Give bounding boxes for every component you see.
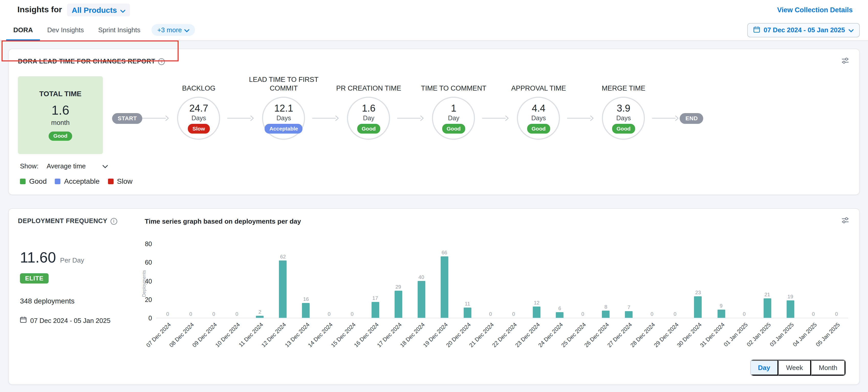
bar xyxy=(441,257,448,318)
legend-item-slow: Slow xyxy=(108,177,132,185)
deployment-frequency-card: DEPLOYMENT FREQUENCY Time series graph b… xyxy=(8,208,860,385)
bar-value-label: 12 xyxy=(534,300,539,305)
deployment-date-range: 07 Dec 2024 - 05 Jan 2025 xyxy=(20,316,131,325)
legend-swatch xyxy=(55,178,61,184)
bar xyxy=(464,307,471,318)
flow-stage-backlog: BACKLOG24.7DaysSlow xyxy=(170,73,227,140)
granularity-month-button[interactable]: Month xyxy=(811,360,845,375)
bar xyxy=(786,300,794,318)
bar-value-label: 11 xyxy=(465,301,470,306)
date-range-picker[interactable]: 07 Dec 2024 - 05 Jan 2025 xyxy=(747,23,860,37)
bar xyxy=(717,309,725,318)
flow-arrow-icon xyxy=(567,115,595,121)
bar-value-label: 23 xyxy=(695,290,701,296)
bar xyxy=(763,298,771,318)
more-tabs-dropdown[interactable]: +3 more xyxy=(152,24,195,36)
bar-column: 62 xyxy=(272,244,294,318)
stage-unit: Day xyxy=(448,115,459,122)
stage-value: 1 xyxy=(451,103,456,114)
stage-unit: Days xyxy=(191,115,206,122)
bar-value-label: 0 xyxy=(674,311,676,317)
bar-value-label: 66 xyxy=(441,250,447,255)
tab-dev-insights[interactable]: Dev Insights xyxy=(40,20,91,40)
bar-value-label: 7 xyxy=(627,305,630,310)
bar-value-label: 62 xyxy=(280,253,286,259)
bar-column: 0 xyxy=(502,244,525,318)
bar-value-label: 0 xyxy=(328,311,330,317)
stage-circle: 24.7DaysSlow xyxy=(177,97,220,140)
granularity-toggle: DayWeekMonth xyxy=(750,359,846,376)
bar-value-label: 0 xyxy=(812,311,815,317)
bar-column: 0 xyxy=(802,244,825,318)
lead-time-settings-button[interactable] xyxy=(840,56,850,67)
stage-label: TIME TO COMMENT xyxy=(415,73,493,97)
bar-column: 40 xyxy=(410,244,433,318)
stage-unit: Days xyxy=(276,115,291,122)
bar-value-label: 19 xyxy=(787,294,793,299)
calendar-icon xyxy=(753,26,760,34)
product-selector-dropdown[interactable]: All Products xyxy=(67,3,130,16)
deployment-stats: 11.60 Per Day ELITE 348 deployments 07 D… xyxy=(20,231,131,384)
insight-tabs: DORADev InsightsSprint Insights xyxy=(6,20,147,40)
info-icon[interactable] xyxy=(111,218,117,224)
y-tick-label: 60 xyxy=(145,259,152,266)
deployment-date-range-value: 07 Dec 2024 - 05 Jan 2025 xyxy=(30,316,111,324)
view-collection-details-link[interactable]: View Collection Details xyxy=(777,6,852,13)
bar-column: 6 xyxy=(548,244,571,318)
y-tick-label: 20 xyxy=(145,296,152,303)
bar-column: 9 xyxy=(710,244,733,318)
tab-dora[interactable]: DORA xyxy=(6,20,40,40)
stage-value: 1.6 xyxy=(362,103,375,114)
show-metric-value: Average time xyxy=(46,162,86,170)
lead-time-report-card: DORA LEAD TIME FOR CHANGES REPORT TOTAL … xyxy=(8,49,860,195)
bar xyxy=(694,297,702,318)
y-tick-label: 40 xyxy=(145,278,152,285)
deployment-settings-button[interactable] xyxy=(840,215,850,227)
bar-column: 0 xyxy=(341,244,364,318)
bar-value-label: 21 xyxy=(764,292,770,297)
bar xyxy=(302,303,310,318)
bar-value-label: 0 xyxy=(189,311,192,317)
bar xyxy=(602,310,610,318)
lead-time-body: TOTAL TIME 1.6 month Good START BACKLOG2… xyxy=(9,69,859,154)
total-deployments: 348 deployments xyxy=(20,297,131,305)
rating-legend: GoodAcceptableSlow xyxy=(9,170,859,194)
bar-column: 11 xyxy=(456,244,479,318)
legend-item-good: Good xyxy=(20,177,47,185)
show-row: Show: Average time xyxy=(9,154,859,170)
bar-column: 8 xyxy=(594,244,617,318)
chevron-down-icon xyxy=(102,162,108,170)
bar-column: 19 xyxy=(779,244,802,318)
chevron-down-icon xyxy=(848,26,854,34)
info-icon[interactable] xyxy=(158,58,165,65)
granularity-day-button[interactable]: Day xyxy=(751,360,778,375)
stage-unit: Days xyxy=(616,115,631,122)
tab-sprint-insights[interactable]: Sprint Insights xyxy=(91,20,148,40)
stage-label: LEAD TIME TO FIRST COMMIT xyxy=(245,73,323,97)
bar-column: 12 xyxy=(525,244,548,318)
bar-column: 0 xyxy=(663,244,687,318)
stage-circle: 3.9DaysGood xyxy=(602,97,645,140)
flow-arrow-icon xyxy=(652,115,680,121)
legend-label: Acceptable xyxy=(64,177,100,185)
legend-label: Good xyxy=(29,177,47,185)
lead-time-card-title: DORA LEAD TIME FOR CHANGES REPORT xyxy=(18,58,155,65)
stage-rating-badge: Good xyxy=(612,124,635,133)
bar xyxy=(394,291,402,318)
granularity-week-button[interactable]: Week xyxy=(778,360,811,375)
stage-rating-badge: Good xyxy=(527,124,550,133)
bar-value-label: 16 xyxy=(303,296,309,302)
show-metric-select[interactable]: Average time xyxy=(46,162,108,170)
bar-value-label: 40 xyxy=(418,274,424,280)
bar-column: 16 xyxy=(294,244,317,318)
more-tabs-label: +3 more xyxy=(157,26,182,34)
total-time-unit: month xyxy=(51,118,70,126)
stage-value: 24.7 xyxy=(189,103,208,114)
stage-value: 12.1 xyxy=(274,103,293,114)
stage-rating-badge: Good xyxy=(357,124,380,133)
bar-value-label: 0 xyxy=(650,311,653,317)
stage-unit: Day xyxy=(363,115,374,122)
stage-value: 3.9 xyxy=(617,103,630,114)
bar xyxy=(279,260,287,318)
bar-value-label: 0 xyxy=(212,311,215,317)
